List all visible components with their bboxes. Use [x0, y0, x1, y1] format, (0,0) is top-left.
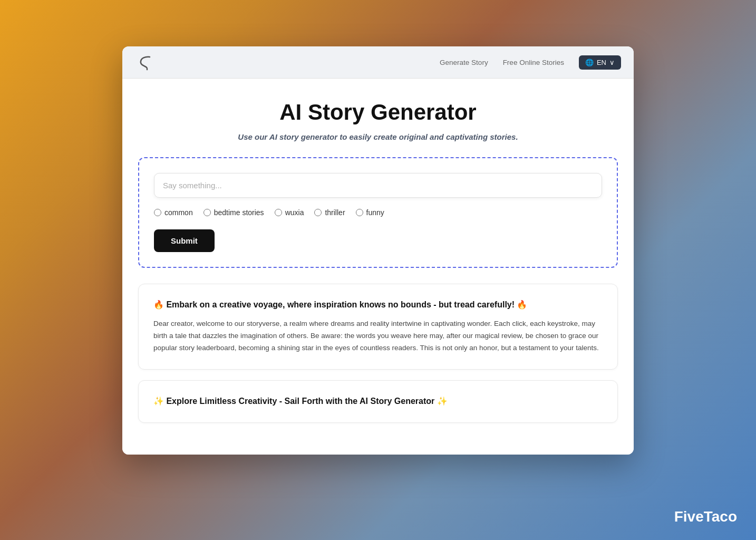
- genre-bedtime-label: bedtime stories: [214, 208, 264, 217]
- radio-common[interactable]: [154, 209, 161, 216]
- form-box: common bedtime stories wuxia thriller fu…: [138, 157, 618, 268]
- submit-button[interactable]: Submit: [154, 229, 215, 252]
- genre-funny-label: funny: [366, 208, 384, 217]
- footer-brand: FiveTaco: [674, 508, 737, 525]
- info-card-2-title: ✨ Explore Limitless Creativity - Sail Fo…: [153, 396, 603, 407]
- brand-label: FiveTaco: [674, 508, 737, 525]
- genre-common[interactable]: common: [154, 208, 193, 217]
- story-input[interactable]: [154, 173, 602, 198]
- page-title: AI Story Generator: [138, 100, 618, 125]
- radio-wuxia[interactable]: [275, 209, 282, 216]
- lang-globe-icon: 🌐: [585, 59, 594, 66]
- browser-window: Generate Story Free Online Stories 🌐 EN …: [122, 46, 634, 455]
- info-card-1-body: Dear creator, welcome to our storyverse,…: [153, 318, 603, 354]
- radio-group: common bedtime stories wuxia thriller fu…: [154, 208, 602, 217]
- genre-funny[interactable]: funny: [356, 208, 384, 217]
- logo-icon: [135, 53, 154, 72]
- lang-label: EN: [597, 59, 606, 66]
- info-card-1: 🔥 Embark on a creative voyage, where ins…: [138, 284, 618, 370]
- chevron-down-icon: ∨: [609, 59, 615, 66]
- genre-thriller-label: thriller: [325, 208, 345, 217]
- nav-links: Generate Story Free Online Stories 🌐 EN …: [440, 55, 621, 70]
- nav-free-stories[interactable]: Free Online Stories: [503, 59, 564, 66]
- genre-wuxia[interactable]: wuxia: [275, 208, 304, 217]
- radio-bedtime[interactable]: [203, 209, 211, 216]
- main-content: AI Story Generator Use our AI story gene…: [122, 79, 634, 455]
- lang-button[interactable]: 🌐 EN ∨: [579, 55, 621, 70]
- nav-bar: Generate Story Free Online Stories 🌐 EN …: [122, 46, 634, 79]
- genre-bedtime[interactable]: bedtime stories: [203, 208, 264, 217]
- radio-funny[interactable]: [356, 209, 363, 216]
- info-card-1-title: 🔥 Embark on a creative voyage, where ins…: [153, 299, 603, 311]
- genre-wuxia-label: wuxia: [285, 208, 304, 217]
- radio-thriller[interactable]: [314, 209, 322, 216]
- genre-common-label: common: [164, 208, 193, 217]
- logo: [135, 53, 154, 72]
- nav-generate-story[interactable]: Generate Story: [440, 59, 488, 66]
- info-card-2: ✨ Explore Limitless Creativity - Sail Fo…: [138, 380, 618, 422]
- genre-thriller[interactable]: thriller: [314, 208, 345, 217]
- page-subtitle: Use our AI story generator to easily cre…: [138, 132, 618, 141]
